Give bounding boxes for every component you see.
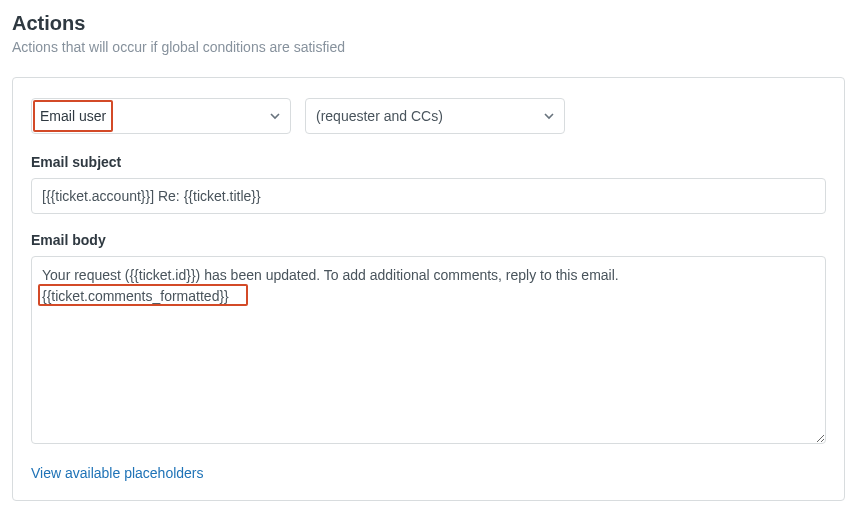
- action-selectors-row: Email user (requester and CCs): [31, 98, 826, 134]
- view-placeholders-link[interactable]: View available placeholders: [31, 465, 204, 481]
- action-target-select-wrap: (requester and CCs): [305, 98, 565, 134]
- action-type-select-wrap: Email user: [31, 98, 291, 134]
- page-subtitle: Actions that will occur if global condit…: [12, 39, 845, 55]
- action-target-label: (requester and CCs): [316, 108, 443, 124]
- page-title: Actions: [12, 12, 845, 35]
- action-target-select[interactable]: (requester and CCs): [305, 98, 565, 134]
- email-subject-label: Email subject: [31, 154, 826, 170]
- email-body-textarea[interactable]: [31, 256, 826, 444]
- actions-panel: Email user (requester and CCs) Email sub…: [12, 77, 845, 501]
- email-body-label: Email body: [31, 232, 826, 248]
- action-type-select[interactable]: [31, 98, 291, 134]
- email-body-wrap: [31, 256, 826, 448]
- email-subject-input[interactable]: [31, 178, 826, 214]
